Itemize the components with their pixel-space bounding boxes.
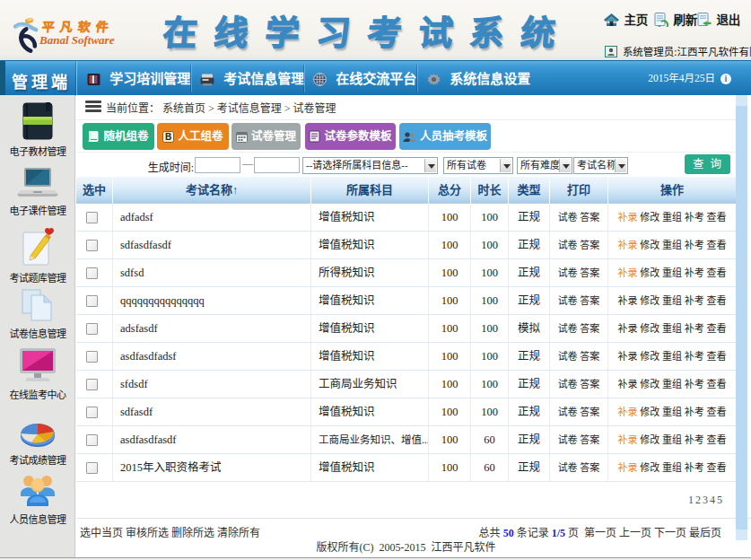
svg-text:B: B — [165, 132, 171, 142]
